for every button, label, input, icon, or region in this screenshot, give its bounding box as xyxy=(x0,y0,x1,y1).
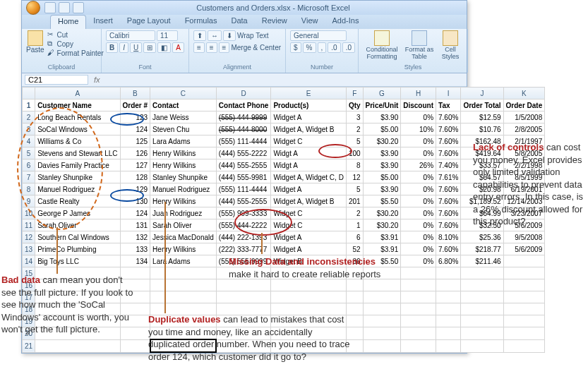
col-header-D[interactable]: D xyxy=(216,88,271,99)
cell[interactable]: 6 xyxy=(346,231,363,243)
table-row[interactable]: 10George P James124Juan Rodriguez(555) 9… xyxy=(23,207,545,219)
row-header-8[interactable]: 8 xyxy=(23,183,35,195)
row-header-13[interactable]: 13 xyxy=(23,243,35,255)
cell[interactable]: (444) 222-1393 xyxy=(216,231,271,243)
cell[interactable] xyxy=(436,327,461,340)
font-family-select[interactable]: Calibri xyxy=(106,30,155,41)
cell[interactable]: Jessica MacDonald xyxy=(150,231,217,243)
row-header-12[interactable]: 12 xyxy=(23,231,35,243)
tab-addins[interactable]: Add-Ins xyxy=(325,15,366,29)
cell[interactable]: 2 xyxy=(346,207,363,219)
header-cell-I[interactable]: Tax xyxy=(436,99,461,111)
cell[interactable] xyxy=(401,303,436,315)
row-header-11[interactable]: 11 xyxy=(23,219,35,231)
cell[interactable]: 0% xyxy=(401,183,436,195)
align-top-button[interactable]: ⬆ xyxy=(193,30,206,41)
cell[interactable]: $5.00 xyxy=(363,171,401,183)
cell[interactable]: (555) 444-8000 xyxy=(216,123,271,135)
underline-button[interactable]: U xyxy=(130,42,142,53)
cell[interactable] xyxy=(461,279,503,291)
cell[interactable] xyxy=(150,279,217,291)
cell[interactable] xyxy=(461,291,503,303)
cell[interactable]: 7.60% xyxy=(436,243,461,255)
cell[interactable]: 0% xyxy=(401,231,436,243)
col-header-I[interactable]: I xyxy=(436,88,461,99)
cell[interactable]: Henry Wilkins xyxy=(150,147,217,159)
header-cell-B[interactable]: Order # xyxy=(120,99,150,111)
col-header-A[interactable]: A xyxy=(35,88,120,99)
cell[interactable] xyxy=(461,315,503,327)
align-left-button[interactable]: ≡ xyxy=(193,42,205,53)
cell[interactable]: 7.60% xyxy=(436,135,461,147)
tab-home[interactable]: Home xyxy=(50,15,86,29)
cell[interactable]: 100 xyxy=(346,147,363,159)
cell[interactable]: 2 xyxy=(346,123,363,135)
qat-redo-icon[interactable] xyxy=(73,2,84,13)
cell[interactable]: Stanley Shunpike xyxy=(150,171,217,183)
table-row[interactable]: 9Castle Realty130Henry Wilkins(444) 555-… xyxy=(23,195,545,207)
cell[interactable]: $3.91 xyxy=(363,231,401,243)
align-center-button[interactable]: ≡ xyxy=(206,42,217,53)
cell[interactable]: PrimeCo Plumbing xyxy=(35,243,120,255)
header-cell-C[interactable]: Contact xyxy=(150,99,217,111)
cell[interactable]: $12.59 xyxy=(461,111,503,123)
table-row[interactable]: 6Davies Family Practice127Henry Wilkins(… xyxy=(23,159,545,171)
wrap-text-button[interactable]: Wrap Text xyxy=(237,30,269,41)
cell[interactable] xyxy=(436,303,461,315)
header-cell-J[interactable]: Order Total xyxy=(461,99,503,111)
cell[interactable]: 201 xyxy=(346,195,363,207)
cell[interactable]: (555) 444-9999 xyxy=(216,111,271,123)
table-row[interactable]: 7Stanley Shunpike128Stanley Shunpike(444… xyxy=(23,171,545,183)
header-cell-G[interactable]: Price/Unit xyxy=(363,99,401,111)
data-header-row[interactable]: 1Customer NameOrder #ContactContact Phon… xyxy=(23,99,545,111)
cell[interactable] xyxy=(363,327,401,340)
cell[interactable]: Widget A xyxy=(271,111,346,123)
cell[interactable]: $10.76 xyxy=(461,123,503,135)
cell[interactable] xyxy=(503,303,545,315)
cell[interactable] xyxy=(461,303,503,315)
cell[interactable]: $211.46 xyxy=(461,255,503,267)
cell[interactable]: 134 xyxy=(120,255,150,267)
tab-review[interactable]: Review xyxy=(255,15,294,29)
row-header-3[interactable]: 3 xyxy=(23,123,35,135)
cell[interactable]: 5 xyxy=(346,135,363,147)
cell[interactable]: 0% xyxy=(401,171,436,183)
cell[interactable]: (444) 555-2222 xyxy=(216,147,271,159)
cell[interactable]: $3.90 xyxy=(363,111,401,123)
qat-save-icon[interactable] xyxy=(44,2,56,13)
cell[interactable] xyxy=(363,315,401,327)
cell[interactable] xyxy=(436,279,461,291)
cell[interactable]: (555) 444-2222 xyxy=(216,219,271,231)
cell[interactable]: Widgt A xyxy=(271,147,346,159)
cell[interactable]: 7.60% xyxy=(436,195,461,207)
cell[interactable]: 124 xyxy=(120,123,150,135)
cell[interactable] xyxy=(150,267,217,279)
cell[interactable]: Widget A, Widget B xyxy=(271,123,346,135)
cell[interactable]: 3 xyxy=(346,111,363,123)
cell[interactable] xyxy=(436,315,461,327)
cell[interactable]: 0% xyxy=(401,147,436,159)
cell[interactable]: $25.36 xyxy=(461,231,503,243)
cell[interactable]: 9/5/2008 xyxy=(503,231,545,243)
cell[interactable]: Castle Realty xyxy=(35,195,120,207)
cell[interactable]: 0% xyxy=(401,243,436,255)
cell[interactable]: 7.60% xyxy=(436,183,461,195)
cell[interactable]: 7.60% xyxy=(436,147,461,159)
col-header-F[interactable]: F xyxy=(346,88,363,99)
cell[interactable]: $5.50 xyxy=(363,195,401,207)
cell[interactable] xyxy=(401,327,436,340)
cell[interactable]: 0% xyxy=(401,219,436,231)
cell[interactable]: (222) 333-7777 xyxy=(216,243,271,255)
cell[interactable] xyxy=(461,267,503,279)
font-color-button[interactable]: A xyxy=(172,42,184,53)
cell[interactable]: Steven Chu xyxy=(150,123,217,135)
header-cell-E[interactable]: Product(s) xyxy=(271,99,346,111)
merge-center-button[interactable]: Merge & Center xyxy=(231,42,281,53)
cell[interactable] xyxy=(503,327,545,340)
tab-page-layout[interactable]: Page Layout xyxy=(120,15,178,29)
number-format-select[interactable]: General xyxy=(290,30,347,41)
decrease-decimal-button[interactable]: .0 xyxy=(342,42,355,53)
cell[interactable]: 10% xyxy=(401,123,436,135)
bold-button[interactable]: B xyxy=(106,42,118,53)
name-box[interactable]: C21 xyxy=(25,75,88,85)
